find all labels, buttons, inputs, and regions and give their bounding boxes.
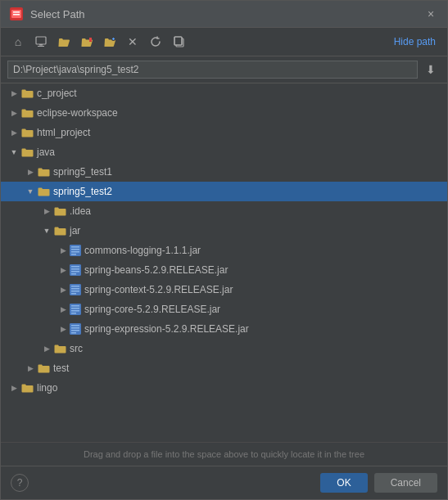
home-button[interactable]: ⌂ [7,31,29,52]
folder-icon-eclipse-workspace [20,106,34,119]
folder-icon-jar [53,224,66,237]
toggle-jar[interactable]: ▼ [40,224,53,237]
tree-item-spring5_test1[interactable]: ▶ spring5_test1 [1,162,447,182]
cancel-button[interactable]: Cancel [374,473,437,493]
jar-icon-spring-core [70,304,81,315]
svg-rect-37 [71,327,79,329]
file-tree[interactable]: ▶ c_project ▶ eclipse-workspace ▶ html_p… [1,83,447,442]
delete-button[interactable]: ✕ [122,31,143,52]
tree-item-c_project[interactable]: ▶ c_project [1,83,447,103]
path-input[interactable] [7,61,418,79]
svg-rect-39 [71,332,76,334]
toggle-test[interactable]: ▶ [24,362,37,375]
svg-rect-18 [71,251,79,253]
tree-item-spring-expression[interactable]: ▶ spring-expression-5.2.9.RELEASE.jar [1,319,447,339]
select-path-dialog: Select Path × ⌂ [0,0,448,500]
svg-rect-33 [71,310,79,312]
toggle-idea[interactable]: ▶ [40,205,53,218]
hide-path-button[interactable]: Hide path [389,33,441,51]
toggle-spring-expression[interactable]: ▶ [57,322,70,336]
svg-rect-21 [71,266,79,268]
tree-item-src[interactable]: ▶ src [1,339,447,358]
jar-icon-commons-logging [70,245,81,256]
refresh-button[interactable] [145,31,166,52]
folder-icon-spring5_test1 [37,165,50,178]
svg-rect-2 [13,11,20,13]
svg-rect-38 [71,330,79,331]
tree-item-test[interactable]: ▶ test [1,358,447,378]
tree-item-eclipse-workspace[interactable]: ▶ eclipse-workspace [1,103,447,123]
svg-rect-19 [71,254,76,255]
tree-item-commons-logging[interactable]: ▶ commons-logging-1.1.1.jar [1,241,447,260]
svg-rect-34 [71,313,76,314]
toggle-spring5_test2[interactable]: ▼ [24,185,37,198]
svg-rect-17 [71,249,79,250]
svg-rect-6 [38,46,44,47]
toggle-eclipse-workspace[interactable]: ▶ [7,106,20,119]
action-buttons: OK Cancel [320,473,437,493]
svg-rect-27 [71,288,79,290]
label-idea: .idea [70,205,91,217]
folder-bookmark-button[interactable] [76,31,97,52]
toggle-spring-beans[interactable]: ▶ [57,264,70,277]
svg-rect-5 [39,44,43,46]
toggle-html_project[interactable]: ▶ [7,126,20,139]
jar-icon-spring-expression [70,323,81,335]
svg-rect-23 [71,271,79,273]
tree-item-jar[interactable]: ▼ jar [1,221,447,241]
folder-new-button[interactable] [99,31,120,52]
svg-rect-32 [71,308,79,309]
folder-open-button[interactable] [53,31,75,52]
tree-item-lingo[interactable]: ▶ lingo [1,378,447,398]
toggle-spring-context[interactable]: ▶ [57,283,70,296]
svg-rect-31 [71,305,79,307]
label-spring5_test1: spring5_test1 [53,166,112,178]
monitor-button[interactable] [30,31,52,52]
folder-icon-c_project [20,87,34,100]
svg-rect-26 [71,286,79,287]
tree-item-java[interactable]: ▼ java [1,142,447,162]
label-html_project: html_project [37,127,90,138]
svg-rect-24 [71,273,76,275]
jar-icon-spring-beans [70,264,81,276]
svg-rect-4 [36,37,46,44]
path-bar: ⬇ [1,56,447,83]
svg-rect-29 [71,293,76,295]
svg-rect-22 [71,268,79,270]
label-spring-core: spring-core-5.2.9.RELEASE.jar [84,304,220,315]
toolbar: ⌂ [1,28,447,56]
label-spring-context: spring-context-5.2.9.RELEASE.jar [84,284,233,295]
folder-icon-idea [53,205,66,218]
drag-hint: Drag and drop a file into the space abov… [1,442,447,466]
tree-item-spring-context[interactable]: ▶ spring-context-5.2.9.RELEASE.jar [1,280,447,300]
label-src: src [70,343,83,354]
ok-button[interactable]: OK [320,473,367,493]
tree-item-html_project[interactable]: ▶ html_project [1,123,447,142]
folder-icon-src [53,342,66,355]
close-button[interactable]: × [423,6,439,22]
toggle-c_project[interactable]: ▶ [7,87,20,100]
tree-item-idea[interactable]: ▶ .idea [1,201,447,221]
label-commons-logging: commons-logging-1.1.1.jar [84,245,201,256]
tree-item-spring5_test2[interactable]: ▼ spring5_test2 [1,182,447,201]
bottom-bar: ? OK Cancel [1,466,447,499]
toggle-spring5_test1[interactable]: ▶ [24,165,37,178]
folder-icon-html_project [20,126,34,139]
path-download-button[interactable]: ⬇ [421,60,441,79]
toggle-spring-core[interactable]: ▶ [57,303,70,316]
help-button[interactable]: ? [11,474,29,492]
label-spring5_test2: spring5_test2 [53,186,112,197]
label-eclipse-workspace: eclipse-workspace [37,107,118,119]
toggle-lingo[interactable]: ▶ [7,381,20,394]
folder-icon-spring5_test2 [37,185,50,198]
label-spring-beans: spring-beans-5.2.9.RELEASE.jar [84,264,228,276]
jar-icon-spring-context [70,284,81,295]
label-jar: jar [70,225,80,236]
toggle-src[interactable]: ▶ [40,342,53,355]
label-lingo: lingo [37,382,57,394]
toggle-commons-logging[interactable]: ▶ [57,244,70,257]
tree-item-spring-core[interactable]: ▶ spring-core-5.2.9.RELEASE.jar [1,300,447,319]
tree-item-spring-beans[interactable]: ▶ spring-beans-5.2.9.RELEASE.jar [1,260,447,280]
toggle-java[interactable]: ▼ [7,146,20,159]
copy-path-button[interactable] [168,31,189,52]
